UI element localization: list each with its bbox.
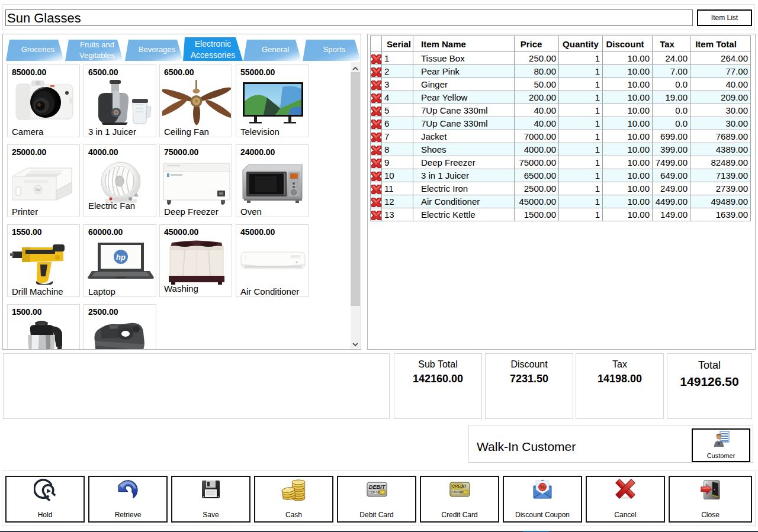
svg-text:DEBIT: DEBIT	[368, 484, 386, 490]
svg-text:hp: hp	[116, 253, 126, 262]
svg-text:CREDIT: CREDIT	[452, 484, 467, 488]
svg-text:%: %	[540, 483, 545, 490]
svg-text:1234 5678: 1234 5678	[452, 491, 464, 494]
svg-text:hp: hp	[36, 188, 41, 192]
